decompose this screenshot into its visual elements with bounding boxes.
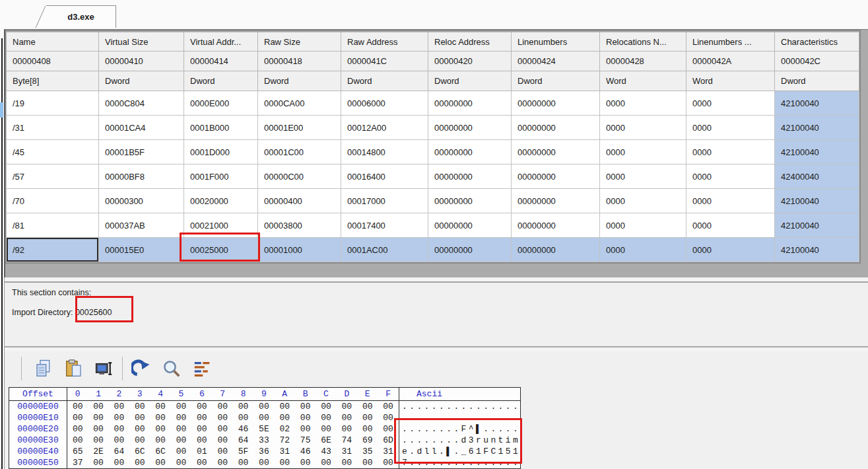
- hex-byte[interactable]: 00: [109, 457, 129, 468]
- go-to-offset-icon[interactable]: [131, 359, 151, 379]
- table-cell[interactable]: /92: [7, 238, 99, 262]
- table-cell[interactable]: 00000000: [428, 189, 512, 213]
- hex-bytes[interactable]: 652E646C6C0001005F36314643313531: [67, 446, 399, 457]
- table-cell[interactable]: 00017000: [341, 189, 428, 213]
- table-cell[interactable]: 00001CA4: [99, 116, 184, 140]
- hex-byte[interactable]: 00: [171, 457, 191, 468]
- table-cell[interactable]: 00000C00: [258, 164, 341, 189]
- table-cell[interactable]: 00000000: [512, 91, 600, 116]
- hex-byte[interactable]: 65: [67, 446, 88, 457]
- hex-ascii-text[interactable]: ........F^▌.....: [399, 423, 519, 435]
- table-cell[interactable]: 00000000: [512, 213, 600, 238]
- hex-byte[interactable]: 00: [378, 401, 398, 412]
- table-cell[interactable]: 00000000: [512, 164, 600, 189]
- hex-byte[interactable]: 00: [378, 457, 398, 468]
- table-header-cell[interactable]: Name: [7, 32, 99, 52]
- table-cell[interactable]: 00003800: [258, 213, 341, 238]
- hex-byte[interactable]: 75: [295, 435, 316, 446]
- table-cell[interactable]: 0000: [600, 140, 686, 164]
- hex-byte[interactable]: 00: [150, 401, 170, 412]
- hex-byte[interactable]: 35: [357, 446, 378, 457]
- hex-byte[interactable]: 00: [378, 423, 398, 435]
- hex-byte[interactable]: 74: [337, 435, 357, 446]
- paste-icon[interactable]: [64, 359, 84, 379]
- table-header-cell[interactable]: Characteristics: [775, 32, 859, 52]
- table-cell[interactable]: /19: [7, 91, 99, 116]
- hex-byte[interactable]: 00: [191, 457, 212, 468]
- table-cell[interactable]: 0000: [600, 91, 686, 116]
- hex-byte[interactable]: 00: [275, 401, 295, 412]
- hex-byte[interactable]: 00: [337, 412, 357, 423]
- hex-byte[interactable]: 00: [337, 423, 357, 435]
- table-cell[interactable]: 0001AC00: [341, 238, 428, 262]
- hex-byte[interactable]: 00: [129, 423, 150, 435]
- table-header-cell[interactable]: 0000042A: [686, 52, 775, 71]
- copy-icon[interactable]: [34, 359, 53, 379]
- hex-byte[interactable]: 00: [171, 401, 191, 412]
- hex-byte[interactable]: 00: [316, 457, 336, 468]
- hex-byte[interactable]: 00: [191, 401, 212, 412]
- hex-byte[interactable]: 00: [357, 457, 378, 468]
- hex-byte[interactable]: 31: [275, 446, 295, 457]
- hex-byte[interactable]: 00: [171, 423, 191, 435]
- hex-byte[interactable]: 43: [316, 446, 336, 457]
- edit-in-place-icon[interactable]: [94, 359, 114, 379]
- hex-byte[interactable]: 00: [67, 401, 88, 412]
- table-cell[interactable]: 0001F000: [184, 164, 258, 189]
- hex-byte[interactable]: 00: [357, 423, 378, 435]
- hex-byte[interactable]: 00: [213, 412, 233, 423]
- table-cell[interactable]: 00000000: [512, 238, 600, 262]
- hex-byte[interactable]: 00: [213, 401, 233, 412]
- hex-byte[interactable]: 00: [233, 401, 253, 412]
- table-cell[interactable]: /45: [7, 140, 99, 164]
- hex-byte[interactable]: 00: [233, 412, 253, 423]
- table-header-cell[interactable]: Dword: [99, 71, 184, 91]
- hex-byte[interactable]: 00: [171, 412, 191, 423]
- table-header-cell[interactable]: 00000420: [428, 52, 512, 71]
- table-header-cell[interactable]: Dword: [258, 71, 341, 91]
- table-cell[interactable]: 00000000: [428, 116, 512, 140]
- hex-byte[interactable]: 00: [129, 401, 150, 412]
- table-cell[interactable]: /57: [7, 164, 99, 189]
- hex-byte[interactable]: 00: [88, 457, 108, 468]
- hex-byte[interactable]: 00: [253, 457, 274, 468]
- table-cell[interactable]: 0000: [600, 116, 686, 140]
- table-header-cell[interactable]: 0000042C: [775, 52, 859, 71]
- hex-bytes[interactable]: 37000000000000000000000000000000: [67, 457, 399, 468]
- table-cell[interactable]: 0000E000: [184, 91, 258, 116]
- hex-byte[interactable]: 00: [213, 457, 233, 468]
- hex-byte[interactable]: 37: [67, 457, 88, 468]
- table-cell[interactable]: 42400040: [775, 164, 859, 189]
- hex-byte[interactable]: 00: [191, 423, 212, 435]
- table-cell[interactable]: 00001000: [258, 238, 341, 262]
- hex-byte[interactable]: 5E: [253, 423, 274, 435]
- hex-byte[interactable]: 00: [109, 423, 129, 435]
- table-cell[interactable]: 00012A00: [341, 116, 428, 140]
- hex-byte[interactable]: 46: [233, 423, 253, 435]
- hex-byte[interactable]: 46: [295, 446, 316, 457]
- table-cell[interactable]: 00020000: [184, 189, 258, 213]
- table-cell[interactable]: 00021000: [184, 213, 258, 238]
- hex-ascii-text[interactable]: ................: [399, 412, 519, 423]
- hex-byte[interactable]: 00: [109, 412, 129, 423]
- table-cell[interactable]: 00000300: [99, 189, 184, 213]
- table-cell[interactable]: 000015E0: [99, 238, 184, 262]
- table-header-cell[interactable]: Relocations N...: [600, 32, 686, 52]
- hex-byte[interactable]: 00: [316, 412, 336, 423]
- hex-byte[interactable]: 00: [357, 412, 378, 423]
- hex-byte[interactable]: 00: [337, 401, 357, 412]
- hex-byte[interactable]: 5F: [233, 446, 253, 457]
- table-cell[interactable]: 42100040: [775, 91, 859, 116]
- table-header-cell[interactable]: Raw Address: [341, 32, 428, 52]
- table-cell[interactable]: 0000C804: [99, 91, 184, 116]
- table-cell[interactable]: 0000: [686, 116, 775, 140]
- table-cell[interactable]: 00000000: [512, 189, 600, 213]
- hex-byte[interactable]: 00: [316, 423, 336, 435]
- table-header-cell[interactable]: Linenumbers ...: [686, 32, 775, 52]
- hex-byte[interactable]: 31: [378, 446, 398, 457]
- table-header-cell[interactable]: 00000414: [184, 52, 258, 71]
- hex-byte[interactable]: 00: [150, 435, 170, 446]
- hex-byte[interactable]: 6E: [316, 435, 336, 446]
- table-cell[interactable]: 0000: [686, 140, 775, 164]
- hex-byte[interactable]: 00: [129, 457, 150, 468]
